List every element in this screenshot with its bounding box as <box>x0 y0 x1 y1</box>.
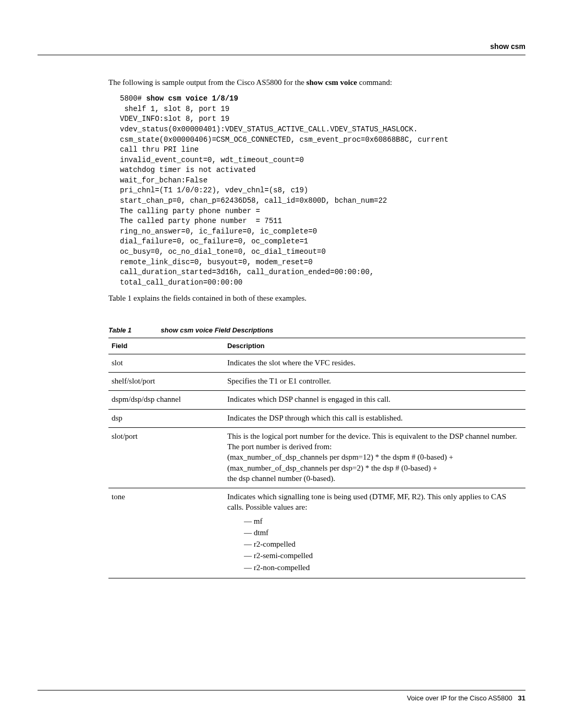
intro-paragraph: The following is sample output from the … <box>108 77 525 88</box>
after-pre-text: Table 1 explains the fields contained in… <box>108 293 525 303</box>
cli-prompt: 5800# <box>120 94 146 103</box>
table-row: dspm/dsp/dsp channelIndicates which DSP … <box>108 391 525 409</box>
footer-title: Voice over IP for the Cisco AS5800 <box>407 694 512 702</box>
cell-field: slot/port <box>108 427 224 488</box>
cell-description: Indicates which signalling tone is being… <box>224 488 525 578</box>
list-item: r2-compelled <box>244 539 522 549</box>
list-item: mf <box>244 516 522 526</box>
page-header: show csm <box>38 42 525 52</box>
cli-command: show csm voice 1/8/19 <box>146 94 238 103</box>
footer-page-number: 31 <box>514 694 525 702</box>
page-footer: Voice over IP for the Cisco AS5800 31 <box>38 690 525 703</box>
table-row: shelf/slot/portSpecifies the T1 or E1 co… <box>108 373 525 391</box>
cell-field: dsp <box>108 409 224 427</box>
header-rule <box>38 55 525 55</box>
list-item: dtmf <box>244 527 522 538</box>
table-caption: Table 1show csm voice Field Descriptions <box>108 326 525 335</box>
cell-field: shelf/slot/port <box>108 373 224 391</box>
cell-field: tone <box>108 488 224 578</box>
table-caption-id: Table 1 <box>108 326 131 334</box>
list-item: r2-non-compelled <box>244 562 522 573</box>
footer-rule <box>38 690 525 690</box>
table-header-row: Field Description <box>108 338 525 354</box>
field-table: Field Description slotIndicates the slot… <box>108 338 525 578</box>
cell-field: slot <box>108 354 224 372</box>
th-description: Description <box>224 338 525 354</box>
intro-cmd: show csm voice <box>307 78 358 87</box>
intro-pre: The following is sample output from the … <box>108 78 307 87</box>
cell-description: Indicates which DSP channel is engaged i… <box>224 391 525 409</box>
table-row: toneIndicates which signalling tone is b… <box>108 488 525 578</box>
cell-description: Indicates the DSP through which this cal… <box>224 409 525 427</box>
table-row: dspIndicates the DSP through which this … <box>108 409 525 427</box>
table-row: slotIndicates the slot where the VFC res… <box>108 354 525 372</box>
cell-description: Specifies the T1 or E1 controller. <box>224 373 525 391</box>
table-caption-title: show csm voice Field Descriptions <box>161 326 273 334</box>
value-list: mfdtmfr2-compelledr2-semi-compelledr2-no… <box>227 516 522 573</box>
table-row: slot/portThis is the logical port number… <box>108 427 525 488</box>
th-field: Field <box>108 338 224 354</box>
intro-post: command: <box>357 78 392 87</box>
cell-description: This is the logical port number for the … <box>224 427 525 488</box>
sample-output: 5800# show csm voice 1/8/19 shelf 1, slo… <box>108 94 525 288</box>
list-item: r2-semi-compelled <box>244 550 522 561</box>
cell-field: dspm/dsp/dsp channel <box>108 391 224 409</box>
header-title: show csm <box>490 42 525 52</box>
cell-description: Indicates the slot where the VFC resides… <box>224 354 525 372</box>
